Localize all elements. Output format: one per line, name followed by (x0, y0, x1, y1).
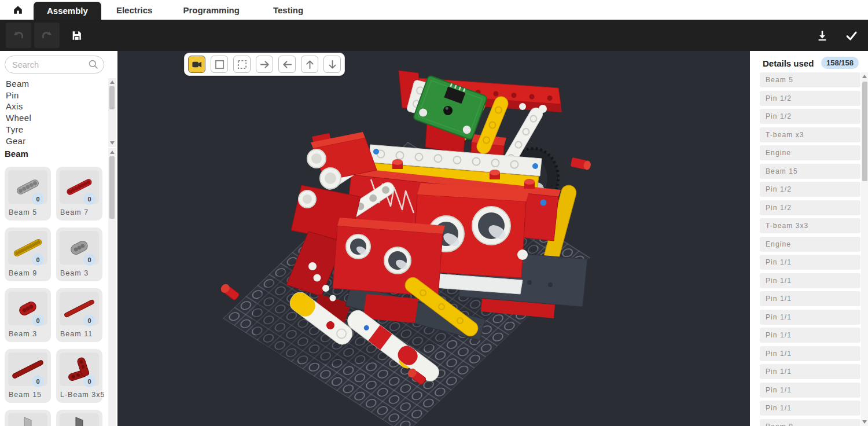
scroll-up-arrow-icon[interactable] (862, 75, 867, 78)
parts-section-title: Beam (5, 149, 28, 159)
search-icon[interactable] (88, 59, 99, 70)
part-card-beam-3[interactable]: 0Beam 3 (56, 227, 102, 281)
camera-tool-button[interactable] (188, 56, 205, 73)
part-label: Beam 11 (60, 330, 93, 338)
tab-programming[interactable]: Programming (183, 0, 240, 20)
assembly-viewport[interactable] (117, 51, 750, 426)
part-label: Beam 15 (9, 391, 42, 399)
part-card-l-beam-3x5[interactable]: 0L-Beam 3x5 (56, 349, 102, 403)
square-icon (214, 59, 225, 70)
parts-grid: 0Beam 50Beam 70Beam 90Beam 30Beam 30Beam… (5, 167, 104, 426)
viewport-toolbar (184, 53, 345, 76)
category-item-gear[interactable]: Gear (6, 135, 103, 147)
detail-item-pin-1-1[interactable]: Pin 1/1 (760, 364, 860, 379)
undo-button[interactable] (6, 23, 31, 48)
save-button[interactable] (67, 25, 86, 45)
detail-item-engine[interactable]: Engine (760, 145, 860, 160)
details-scrollbar[interactable] (861, 72, 868, 426)
move-left-tool-button[interactable] (278, 56, 296, 73)
arrow-right-icon (259, 59, 270, 70)
detail-item-pin-1-1[interactable]: Pin 1/1 (760, 401, 860, 416)
part-card-beam-15[interactable]: 0Beam 15 (5, 349, 51, 403)
move-right-tool-button[interactable] (256, 56, 273, 73)
part-thumb-area (8, 413, 47, 426)
scroll-down-arrow-icon[interactable] (862, 420, 867, 424)
scroll-up-arrow-icon[interactable] (110, 150, 115, 154)
part-card-partial[interactable] (56, 410, 102, 426)
detail-item-beam-9[interactable]: Beam 9 (760, 419, 860, 426)
part-thumbnail (61, 415, 98, 426)
detail-item-pin-1-1[interactable]: Pin 1/1 (760, 328, 860, 343)
detail-item-pin-1-1[interactable]: Pin 1/1 (760, 291, 860, 306)
part-label: Beam 5 (9, 208, 37, 216)
tab-assembly[interactable]: Assembly (34, 2, 101, 20)
part-count-badge: 0 (83, 314, 95, 326)
category-item-wheel[interactable]: Wheel (6, 112, 103, 124)
download-icon (816, 29, 829, 42)
detail-item-beam-5[interactable]: Beam 5 (760, 72, 860, 87)
marquee-select-tool-button[interactable] (233, 56, 251, 73)
part-count-badge: 0 (32, 314, 44, 326)
download-button[interactable] (812, 25, 832, 45)
part-count-badge: 0 (83, 193, 95, 205)
part-thumbnail (9, 415, 46, 426)
scroll-down-arrow-icon[interactable] (110, 141, 115, 145)
detail-item-pin-1-1[interactable]: Pin 1/1 (760, 383, 860, 398)
part-thumb-area (60, 413, 99, 426)
detail-item-pin-1-1[interactable]: Pin 1/1 (760, 310, 860, 325)
part-count-badge: 0 (32, 375, 44, 387)
confirm-button[interactable] (841, 25, 861, 45)
scrollbar-thumb[interactable] (109, 86, 115, 109)
arrow-down-icon (327, 59, 338, 70)
tab-electrics[interactable]: Electrics (116, 0, 153, 20)
category-item-axis[interactable]: Axis (6, 101, 103, 112)
parts-scrollbar[interactable] (108, 148, 116, 426)
redo-icon (41, 29, 53, 42)
part-count-badge: 0 (83, 254, 95, 266)
scrollbar-thumb[interactable] (862, 82, 867, 181)
part-card-beam-11[interactable]: 0Beam 11 (56, 288, 102, 342)
move-down-tool-button[interactable] (323, 56, 341, 73)
scroll-up-arrow-icon[interactable] (110, 80, 115, 84)
move-up-tool-button[interactable] (301, 56, 318, 73)
part-label: L-Beam 3x5 (60, 391, 105, 399)
part-count-badge: 0 (32, 193, 44, 205)
category-item-tyre[interactable]: Tyre (6, 124, 103, 135)
part-card-partial[interactable] (5, 410, 51, 426)
detail-item-pin-1-2[interactable]: Pin 1/2 (760, 91, 860, 106)
part-card-beam-9[interactable]: 0Beam 9 (5, 227, 51, 281)
part-card-beam-7[interactable]: 0Beam 7 (56, 167, 102, 221)
category-item-beam[interactable]: Beam (6, 78, 103, 90)
detail-item-t-beam-3x3[interactable]: T-beam 3x3 (760, 218, 860, 233)
home-button[interactable] (9, 0, 27, 20)
detail-item-beam-15[interactable]: Beam 15 (760, 164, 860, 179)
part-count-badge: 0 (32, 254, 44, 266)
tab-testing[interactable]: Testing (273, 0, 303, 20)
undo-icon (12, 29, 25, 42)
camera-icon (192, 59, 203, 70)
search-box (5, 56, 104, 74)
assembly-3d-scene[interactable] (117, 51, 750, 426)
part-label: Beam 7 (60, 208, 89, 216)
top-navigation: Assembly Electrics Programming Testing (0, 0, 868, 20)
detail-item-engine[interactable]: Engine (760, 237, 860, 252)
scrollbar-thumb[interactable] (109, 156, 115, 219)
redo-button[interactable] (34, 23, 60, 48)
detail-item-pin-1-2[interactable]: Pin 1/2 (760, 182, 860, 197)
arrow-left-icon (282, 59, 293, 70)
detail-item-t-beam-x3[interactable]: T-beam x3 (760, 127, 860, 142)
category-scrollbar[interactable] (108, 78, 116, 147)
part-card-beam-3[interactable]: 0Beam 3 (5, 288, 51, 342)
part-label: Beam 3 (60, 269, 89, 277)
detail-item-pin-1-2[interactable]: Pin 1/2 (760, 200, 860, 215)
main-toolbar (0, 20, 868, 51)
detail-item-pin-1-1[interactable]: Pin 1/1 (760, 255, 860, 270)
select-rect-tool-button[interactable] (211, 56, 228, 73)
robot-model[interactable] (219, 71, 591, 393)
part-card-beam-5[interactable]: 0Beam 5 (5, 167, 51, 221)
detail-item-pin-1-1[interactable]: Pin 1/1 (760, 273, 860, 288)
category-item-pin[interactable]: Pin (6, 90, 103, 101)
detail-item-pin-1-1[interactable]: Pin 1/1 (760, 346, 860, 361)
details-sidebar: Details used 158/158 Beam 5Pin 1/2Pin 1/… (750, 51, 868, 426)
detail-item-pin-1-2[interactable]: Pin 1/2 (760, 109, 860, 124)
